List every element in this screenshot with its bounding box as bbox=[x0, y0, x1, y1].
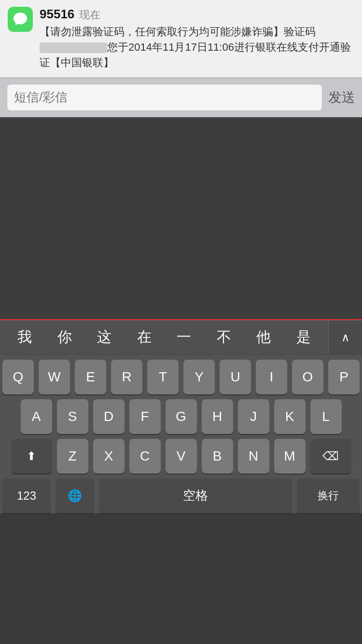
key-P[interactable]: P bbox=[328, 360, 360, 394]
key-V[interactable]: V bbox=[166, 439, 197, 474]
predictive-words-container: 我 你 这 在 一 不 他 是 bbox=[0, 324, 328, 350]
backspace-key[interactable]: ⌫ bbox=[310, 439, 351, 474]
key-J[interactable]: J bbox=[238, 399, 269, 434]
key-I[interactable]: I bbox=[256, 360, 287, 394]
keyboard-row-3: ⬆ Z X C V B N M ⌫ bbox=[2, 439, 360, 474]
predictive-word-6[interactable]: 不 bbox=[212, 324, 236, 350]
key-N[interactable]: N bbox=[238, 439, 269, 474]
shift-key[interactable]: ⬆ bbox=[11, 439, 52, 474]
key-F[interactable]: F bbox=[129, 399, 161, 434]
red-divider-line bbox=[0, 319, 362, 320]
predictive-word-5[interactable]: 一 bbox=[172, 324, 196, 350]
messages-app-icon bbox=[8, 7, 33, 32]
notif-body-text1: 【请勿泄露验证码，任何索取行为均可能涉嫌诈骗】验 bbox=[40, 26, 294, 38]
predictive-word-8[interactable]: 是 bbox=[292, 324, 316, 350]
notif-blurred-code bbox=[40, 42, 107, 53]
notification-content: 95516 现在 【请勿泄露验证码，任何索取行为均可能涉嫌诈骗】验证码 您于20… bbox=[40, 7, 354, 70]
numbers-key[interactable]: 123 bbox=[2, 478, 51, 513]
key-H[interactable]: H bbox=[202, 399, 233, 434]
key-M[interactable]: M bbox=[274, 439, 306, 474]
message-input[interactable] bbox=[7, 84, 322, 111]
globe-key[interactable]: 🌐 bbox=[56, 478, 94, 513]
key-Z[interactable]: Z bbox=[57, 439, 88, 474]
space-key[interactable]: 空格 bbox=[99, 478, 292, 513]
predictive-expand-button[interactable]: ∧ bbox=[328, 321, 362, 354]
predictive-word-4[interactable]: 在 bbox=[132, 324, 156, 350]
notif-body-text2: 证码 bbox=[294, 26, 316, 38]
key-K[interactable]: K bbox=[274, 399, 306, 434]
key-T[interactable]: T bbox=[147, 360, 179, 394]
predictive-word-2[interactable]: 你 bbox=[53, 324, 77, 350]
notif-sender: 95516 bbox=[40, 7, 74, 22]
notif-body: 【请勿泄露验证码，任何索取行为均可能涉嫌诈骗】验证码 您于2014年11月17日… bbox=[40, 24, 354, 70]
predictive-word-1[interactable]: 我 bbox=[13, 324, 37, 350]
notification-banner: 95516 现在 【请勿泄露验证码，任何索取行为均可能涉嫌诈骗】验证码 您于20… bbox=[0, 0, 362, 78]
key-S[interactable]: S bbox=[57, 399, 88, 434]
return-key[interactable]: 换行 bbox=[297, 478, 360, 513]
key-X[interactable]: X bbox=[93, 439, 125, 474]
key-A[interactable]: A bbox=[21, 399, 52, 434]
notif-time: 现在 bbox=[79, 8, 100, 22]
keyboard-row-2: A S D F G H J K L bbox=[2, 399, 360, 434]
key-R[interactable]: R bbox=[111, 360, 142, 394]
keyboard-row-1: Q W E R T Y U I O P bbox=[2, 360, 360, 394]
key-E[interactable]: E bbox=[75, 360, 106, 394]
send-button[interactable]: 发送 bbox=[328, 88, 355, 107]
key-U[interactable]: U bbox=[220, 360, 251, 394]
key-C[interactable]: C bbox=[129, 439, 161, 474]
key-O[interactable]: O bbox=[292, 360, 323, 394]
predictive-word-7[interactable]: 他 bbox=[251, 324, 276, 350]
chevron-up-icon: ∧ bbox=[341, 331, 350, 344]
key-B[interactable]: B bbox=[202, 439, 233, 474]
keyboard-row-4: 123 🌐 空格 换行 bbox=[2, 478, 360, 513]
predictive-word-3[interactable]: 这 bbox=[92, 324, 116, 350]
keyboard: Q W E R T Y U I O P A S D F G H J K L ⬆ … bbox=[0, 355, 362, 513]
key-Y[interactable]: Y bbox=[183, 360, 215, 394]
key-G[interactable]: G bbox=[166, 399, 197, 434]
key-D[interactable]: D bbox=[93, 399, 125, 434]
key-L[interactable]: L bbox=[310, 399, 342, 434]
key-W[interactable]: W bbox=[39, 360, 70, 394]
message-area bbox=[0, 117, 362, 320]
predictive-text-bar: 我 你 这 在 一 不 他 是 ∧ bbox=[0, 320, 362, 355]
input-bar: 发送 bbox=[0, 78, 362, 117]
key-Q[interactable]: Q bbox=[2, 360, 34, 394]
